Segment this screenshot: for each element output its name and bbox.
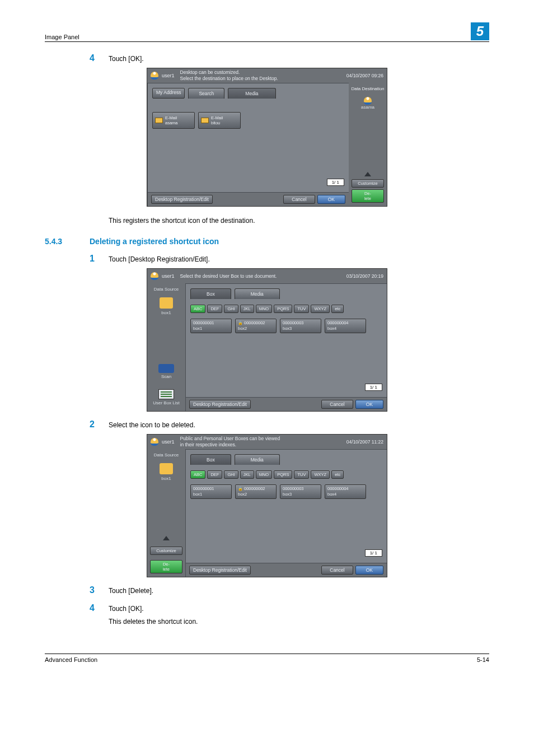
tab-box[interactable]: Box	[190, 288, 231, 299]
section-title: Deleting a registered shortcut icon	[90, 237, 219, 246]
email-label: E-Mailasama	[165, 115, 178, 125]
arrow-up-icon[interactable]	[163, 536, 170, 540]
step-number: 3	[90, 585, 109, 595]
user-box-item[interactable]: 000000004box4	[325, 484, 366, 499]
letter-filter-etc[interactable]: etc	[331, 305, 344, 313]
cancel-button[interactable]: Cancel	[321, 400, 353, 409]
paragraph: This registers the shortcut icon of the …	[109, 217, 489, 225]
letter-filter-tuv[interactable]: TUV	[294, 470, 309, 479]
step-number: 4	[90, 603, 109, 613]
desktop-registration-edit-button[interactable]: Desktop Registration/Edit	[189, 400, 251, 409]
envelope-icon	[201, 118, 209, 123]
letter-filter-pqrs[interactable]: PQRS	[274, 470, 292, 479]
cancel-button[interactable]: Cancel	[321, 566, 353, 575]
letter-filter-ghi[interactable]: GHI	[224, 470, 238, 479]
letter-filter-etc[interactable]: etc	[331, 470, 344, 479]
user-icon	[151, 272, 158, 280]
msg-line: Desktop can be customized.	[180, 69, 240, 75]
customize-button[interactable]: Customize	[352, 179, 384, 188]
ok-button[interactable]: OK	[355, 566, 383, 575]
desktop-registration-edit-button[interactable]: Desktop Registration/Edit	[189, 566, 251, 575]
data-destination-panel: Data Destination asama Customize De- let…	[349, 83, 387, 206]
step-text: Touch [OK].	[109, 603, 144, 613]
data-destination-label: Data Destination	[351, 86, 384, 91]
step-text: Select the icon to be deleted.	[109, 419, 195, 430]
header-label: Image Panel	[45, 34, 79, 40]
box-icon	[160, 463, 173, 474]
letter-filter-jkl[interactable]: JKL	[240, 470, 254, 479]
header-message: Select the desired User Box to use docum…	[180, 273, 346, 279]
tab-media[interactable]: Media	[235, 288, 280, 299]
step-text: Touch [Desktop Registration/Edit].	[109, 254, 210, 264]
page-footer: Advanced Function 5-14	[45, 654, 489, 663]
ok-button[interactable]: OK	[317, 195, 345, 204]
letter-filter-wxyz[interactable]: WXYZ	[311, 470, 330, 479]
email-destination-item[interactable]: E-Mailbitou	[198, 112, 241, 129]
arrow-up-icon[interactable]	[364, 172, 371, 176]
tab-media[interactable]: Media	[228, 88, 275, 99]
step-number: 4	[90, 53, 109, 63]
sidebar-box-item[interactable]: box1	[149, 461, 183, 483]
letter-filter-tuv[interactable]: TUV	[294, 305, 309, 313]
letter-filter-def[interactable]: DEF	[207, 470, 222, 479]
user-box-item[interactable]: 000000003box3	[280, 319, 321, 333]
section-heading: 5.4.3 Deleting a registered shortcut ico…	[45, 237, 489, 246]
step-text: Touch [OK].	[109, 53, 144, 63]
delete-button[interactable]: De- lete	[150, 560, 182, 573]
destination-item[interactable]: asama	[351, 95, 385, 112]
footer-right: 5-14	[477, 656, 489, 663]
letter-filter-jkl[interactable]: JKL	[240, 305, 254, 313]
sidebar-box-item[interactable]: box1	[149, 295, 183, 318]
letter-filter-abc[interactable]: ABC	[190, 305, 205, 313]
cancel-button[interactable]: Cancel	[283, 195, 315, 204]
my-address-button[interactable]: My Address	[152, 88, 185, 99]
step-number: 1	[90, 254, 109, 264]
user-name: user1	[162, 73, 175, 78]
tab-search[interactable]: Search	[188, 88, 224, 99]
timestamp: 03/10/2007 20:19	[346, 273, 383, 279]
header-message: Desktop can be customized. Select the de…	[180, 69, 346, 81]
step-row: 1 Touch [Desktop Registration/Edit].	[90, 254, 489, 264]
step-row: 2 Select the icon to be deleted.	[90, 419, 489, 430]
step-row: 4 Touch [OK].	[90, 603, 489, 613]
step-row: 3 Touch [Delete].	[90, 585, 489, 595]
box-icon	[160, 297, 173, 309]
letter-filter-def[interactable]: DEF	[207, 305, 222, 313]
email-destination-item[interactable]: E-Mailasama	[152, 112, 195, 129]
sidebar-user-box-list-button[interactable]: User Box List	[149, 385, 183, 408]
tab-box[interactable]: Box	[190, 454, 231, 465]
step-row: 4 Touch [OK].	[90, 53, 489, 63]
user-box-item[interactable]: 000000001box1	[190, 319, 232, 333]
ok-button[interactable]: OK	[355, 400, 383, 409]
timestamp: 04/10/2007 09:26	[346, 73, 383, 78]
user-box-item[interactable]: 000000003box3	[280, 484, 321, 499]
customize-button[interactable]: Customize	[150, 547, 182, 555]
letter-filter-pqrs[interactable]: PQRS	[274, 305, 292, 313]
user-box-item[interactable]: 000000004box4	[325, 319, 366, 333]
sidebar-scan-button[interactable]: Scan	[149, 360, 183, 381]
tab-media[interactable]: Media	[235, 454, 280, 465]
page-indicator: 1/ 1	[327, 179, 344, 186]
user-box-item[interactable]: 000000001box1	[190, 484, 232, 499]
letter-filter-mno[interactable]: MNO	[256, 470, 273, 479]
user-name: user1	[162, 273, 175, 279]
screenshot-userbox-select: user1 Select the desired User Box to use…	[147, 268, 387, 412]
user-icon	[151, 438, 158, 446]
user-box-item[interactable]: 000000002box2	[235, 484, 277, 499]
section-number: 5.4.3	[45, 237, 90, 246]
header-message: Public and Personal User Boxes can be vi…	[180, 436, 346, 447]
screenshot-userbox-delete: user1 Public and Personal User Boxes can…	[147, 434, 387, 577]
letter-filter-ghi[interactable]: GHI	[224, 305, 238, 313]
envelope-icon	[155, 118, 163, 123]
letter-filter-wxyz[interactable]: WXYZ	[311, 305, 330, 313]
data-source-label: Data Source	[149, 287, 183, 292]
user-box-item[interactable]: 000000002box2	[235, 319, 277, 333]
paragraph: This deletes the shortcut icon.	[109, 618, 489, 626]
desktop-registration-edit-button[interactable]: Desktop Registration/Edit	[151, 195, 213, 204]
scan-icon	[158, 364, 174, 373]
timestamp: 04/10/2007 11:22	[346, 439, 383, 445]
delete-button[interactable]: De- lete	[352, 189, 384, 203]
letter-filter-mno[interactable]: MNO	[256, 305, 273, 313]
letter-filter-abc[interactable]: ABC	[190, 470, 205, 479]
user-name: user1	[162, 439, 175, 445]
